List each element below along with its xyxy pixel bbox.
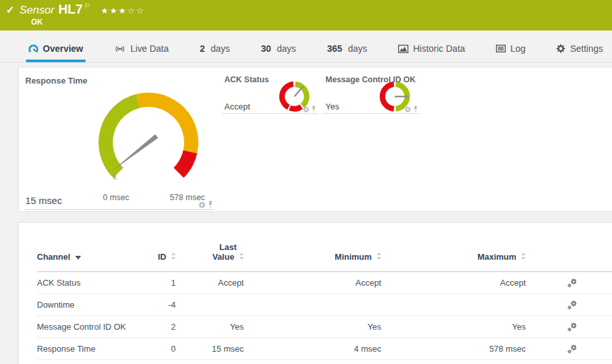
tab-number: 2 [200,43,205,54]
tab-overview[interactable]: Overview [26,37,86,62]
tab-label: days [348,43,368,54]
column-header-channel[interactable]: Channel [37,238,141,272]
cell-id: -4 [141,294,176,316]
table-row[interactable]: Message Control ID OK 2 Yes Yes Yes [37,316,612,338]
column-header-last-value[interactable]: Last Value [176,238,244,272]
log-icon [496,45,506,52]
tab-number: 365 [327,43,342,54]
cell-maximum [381,294,526,316]
response-time-gauge: x̄ [91,85,208,189]
gauge-tile-response-time: Response Time x̄ 0 msec 578 msec 15 msec [25,73,215,210]
gauge-pin-icon[interactable] [413,106,418,113]
cell-channel[interactable]: Message Control ID OK [37,316,141,338]
table-header-row: Channel ID Last Value [37,238,612,272]
status-check-icon: ✓ [6,4,14,16]
channel-settings-icon[interactable] [567,279,612,288]
column-label: ID [158,252,166,262]
stars-filled: ★★★ [101,6,128,16]
gauge-value: Accept [224,102,250,111]
sensor-title: SensorHL7⚐★★★☆☆ [19,2,145,17]
gauge-pin-icon[interactable] [207,201,213,209]
column-header-maximum[interactable]: Maximum [381,238,526,272]
column-label: Minimum [335,252,371,262]
gauge-scale-min: 0 msec [93,193,139,202]
cell-minimum [244,294,381,316]
gauge-settings-gear-icon[interactable] [303,106,309,113]
tab-number: 30 [261,43,271,54]
table-row[interactable]: Response Time 0 15 msec 4 msec 578 msec [37,338,612,360]
tab-historic-data[interactable]: Historic Data [395,37,467,62]
cell-channel[interactable]: ACK Status [37,272,141,294]
sort-icon [377,253,381,260]
gauge-tile-ack-status: ACK Status Accept [222,75,318,114]
sort-icon [239,253,244,260]
cell-id: 2 [141,316,176,338]
cell-last-value: 15 msec [176,338,244,360]
column-label: Channel [37,252,70,262]
tab-bar: Overview Live Data 2 days 30 days 365 da… [0,30,612,63]
cell-id: 0 [141,338,176,360]
cell-last-value [176,294,244,316]
gauge-tile-actions [303,106,316,113]
sort-icon [521,253,526,260]
gauge-icon [29,44,38,54]
gauge-title: Response Time [25,76,88,85]
average-marker: x̄ [113,173,117,181]
cell-minimum: Accept [244,272,381,294]
tab-label: Live Data [130,43,169,54]
sensor-title-prefix: Sensor [19,4,54,16]
tab-log[interactable]: Log [493,37,528,62]
column-label: Value [212,252,234,262]
channel-table-panel: Channel ID Last Value [18,222,612,364]
status-badge: OK [31,17,43,27]
cell-last-value: Yes [176,316,244,338]
column-header-minimum[interactable]: Minimum [244,238,381,272]
gear-icon [556,44,565,53]
tab-2-days[interactable]: 2 days [197,37,232,62]
cell-maximum: Yes [381,316,526,338]
column-label: Maximum [477,252,516,262]
cell-minimum: Yes [244,316,381,338]
gauge-title: ACK Status [224,75,269,84]
stars-empty: ☆☆ [128,6,145,16]
tab-settings[interactable]: Settings [554,37,606,62]
table-row[interactable]: Downtime -4 [37,294,612,316]
channel-table: Channel ID Last Value [37,238,612,360]
tab-label: Overview [43,43,83,54]
channel-settings-icon[interactable] [567,323,612,332]
tab-30-days[interactable]: 30 days [258,37,298,62]
channel-settings-icon[interactable] [567,301,612,310]
sensor-name: HL7 [58,2,83,16]
cell-channel[interactable]: Response Time [37,338,141,360]
cell-maximum: Accept [381,272,526,294]
cell-last-value: Accept [176,272,244,294]
column-label: Last [219,242,237,252]
gauge-pin-icon[interactable] [311,106,316,113]
tab-365-days[interactable]: 365 days [324,37,370,62]
prtg-sensor-page: ✓ SensorHL7⚐★★★☆☆ OK Overview Live Data [0,0,612,364]
tab-label: Historic Data [413,43,465,54]
cell-channel[interactable]: Downtime [37,294,141,316]
priority-stars[interactable]: ★★★☆☆ [101,6,145,16]
cell-id: 1 [141,272,176,294]
gauge-value: Yes [325,102,339,111]
gauge-settings-gear-icon[interactable] [198,201,206,209]
gauge-tile-message-control: Message Control ID OK Yes [323,75,419,114]
gauge-settings-gear-icon[interactable] [405,106,411,113]
tab-label: Settings [570,43,603,54]
gauge-tile-actions [405,106,418,113]
sensor-header: ✓ SensorHL7⚐★★★☆☆ OK [0,0,612,30]
gauge-value: 15 msec [25,195,62,206]
channel-settings-icon[interactable] [567,345,612,354]
table-row[interactable]: ACK Status 1 Accept Accept Accept [37,272,612,294]
sort-desc-icon [75,256,81,260]
cell-maximum: 578 msec [381,338,526,360]
chart-icon [398,45,408,53]
overview-gauges-panel: Response Time x̄ 0 msec 578 msec 15 msec… [18,67,612,212]
sort-icon [171,253,176,260]
tab-live-data[interactable]: Live Data [112,37,171,62]
tab-label: Log [510,43,525,54]
priority-flag-icon[interactable]: ⚐ [84,2,91,10]
column-header-id[interactable]: ID [141,238,176,272]
tab-label: days [277,43,296,54]
